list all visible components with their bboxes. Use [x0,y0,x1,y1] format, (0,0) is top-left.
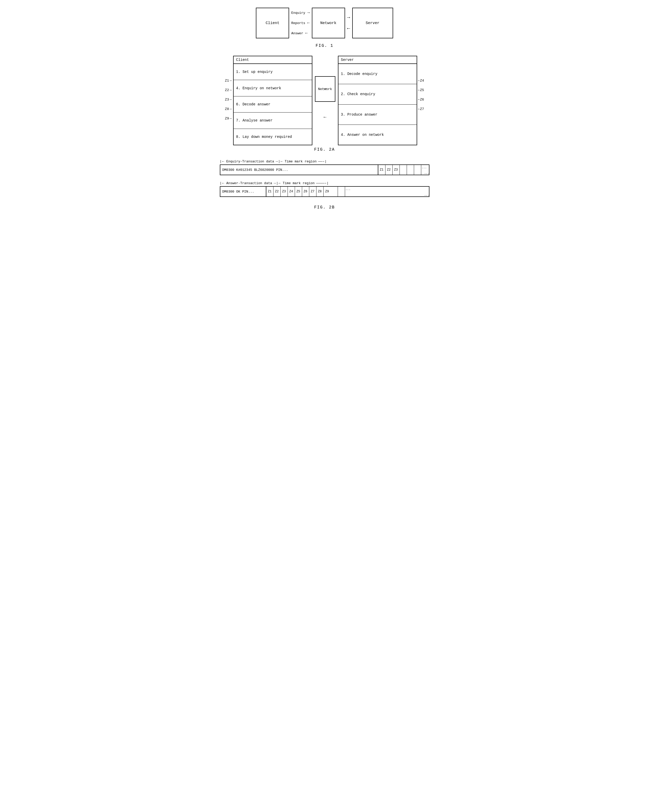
answer-dots-corner: ··· [424,194,430,197]
fig2a-middle-col: → Network ← [312,56,338,102]
answer-z2-cell: Z2 [274,187,281,197]
fig2a-wrapper: Z1→ Z2→ Z3→ Z8→ Z9→ Client 1. Set up enq… [225,56,424,145]
enquiry-z3-cell: Z3 [393,165,400,175]
fig2a-client-row-4: 7. Analyse answer [234,113,312,129]
fig2a-network-box: Network [315,76,335,102]
fig2a-client-row-2: 4. Enquiry on network [234,80,312,96]
fig1-network-label: Network [320,21,337,25]
z4-right-label: ←Z4 [418,74,424,84]
fig2a-right-labels: ←Z4 ←Z5 ←Z6 ←Z7 [418,56,424,112]
fig1-enquiry-arrow: Enquiry [291,11,309,15]
fig1-from-server-arrow: ← [347,26,350,32]
fig1-arrows-right: → ← [347,8,350,38]
fig1-server-box: Server [352,8,393,38]
enquiry-z2-cell: Z2 [385,165,393,175]
answer-transaction-table: DM0300 OK PIN... Z1 Z2 Z3 Z4 Z5 Z6 Z7 Z8… [220,186,430,197]
answer-z3-cell: Z3 [281,187,288,197]
enquiry-transaction-section: | ← Enquiry-Transaction data → | ← Time … [220,160,430,175]
fig2a-from-network-arrow: ← [310,114,340,120]
answer-z5-cell: Z5 [295,187,302,197]
z1-left-label: Z1→ [225,74,232,84]
answer-z8-cell: Z8 [317,187,324,197]
answer-z1-cell: Z1 [267,187,274,197]
answer-header-right-label: Time mark region [283,181,315,185]
answer-transaction-header: | ← Answer-Transaction data → | ← Time m… [220,181,430,185]
enquiry-empty-2 [407,165,414,175]
z5-right-label: ←Z5 [418,84,424,93]
fig1-diagram: Client Enquiry Reports ← Answer ← Networ… [256,8,393,38]
fig1-answer-arrow-left: ← [305,31,308,35]
z2-left-label: Z2→ [225,84,232,93]
answer-z6-cell: Z6 [302,187,309,197]
answer-data-cell: DM0300 OK PIN... [220,187,267,197]
enquiry-transaction-header: | ← Enquiry-Transaction data → | ← Time … [220,160,430,163]
fig1-reports-arrow-left: ← [307,21,310,25]
answer-header-left-label: Answer-Transaction data [226,181,272,185]
answer-transaction-section: | ← Answer-Transaction data → | ← Time m… [220,181,430,197]
answer-z7-cell: Z7 [309,187,317,197]
z8-left-label: Z8→ [225,102,232,112]
fig2a-client-header: Client [234,56,312,64]
enquiry-header-right-label: Time mark region [285,160,317,163]
fig1-enquiry-label: Enquiry [291,11,305,15]
fig1-label: FIG. 1 [316,43,334,48]
fig1-network-box: Network [312,8,345,38]
fig2a-client-row-3: 6. Decode answer [234,96,312,113]
fig1-answer-label: Answer [291,32,303,35]
fig2a-client-row-5: 8. Lay down money required [234,129,312,145]
fig1-reports-arrow: Reports ← [291,21,309,25]
fig2a-server-row-1: 1. Decode enquiry [338,64,417,84]
fig2a-server-box: Server 1. Decode enquiry 2. Check enquir… [338,56,417,145]
fig2a-section: Z1→ Z2→ Z3→ Z8→ Z9→ Client 1. Set up enq… [220,56,430,152]
fig2a-server-row-2: 2. Check enquiry [338,84,417,104]
enquiry-empty-1 [400,165,407,175]
fig2a-label: FIG. 2A [314,147,335,152]
answer-dots-cell: ··· [345,187,353,197]
z7-right-label: ←Z7 [418,102,424,112]
enquiry-dots-corner: ··· [424,172,430,175]
answer-z9-cell: Z9 [324,187,331,197]
answer-empty-2 [338,187,345,197]
z9-left-label: Z9→ [225,112,232,122]
fig1-enquiry-arrow-right [306,11,310,15]
enquiry-header-left-label: Enquiry-Transaction data [226,160,274,163]
z3-left-label: Z3→ [225,93,232,102]
fig2a-client-row-1: 1. Set up enquiry [234,64,312,80]
enquiry-transaction-table: DM0300 K#012345 BLZ6020000 PIN... Z1 Z2 … [220,165,430,175]
fig2a-network-label: Network [318,87,332,91]
fig2a-server-row-4: 4. Answer on network [338,125,417,145]
fig1-server-label: Server [366,21,379,25]
enquiry-empty-3 [414,165,421,175]
fig1-section: Client Enquiry Reports ← Answer ← Networ… [220,8,430,48]
answer-z4-cell: Z4 [288,187,295,197]
fig1-to-server-arrow: → [347,15,350,20]
enquiry-z1-cell: Z1 [378,165,385,175]
fig1-reports-label: Reports [291,21,305,25]
fig1-client-label: Client [265,21,279,25]
fig1-arrows-left: Enquiry Reports ← Answer ← [291,8,309,38]
fig2b-section: | ← Enquiry-Transaction data → | ← Time … [220,160,430,210]
fig2a-server-row-3: 3. Produce answer [338,105,417,125]
answer-empty-1 [331,187,338,197]
fig1-answer-arrow: Answer ← [291,31,309,35]
fig2b-label: FIG. 2B [314,205,335,210]
fig2a-client-box: Client 1. Set up enquiry 4. Enquiry on n… [233,56,312,145]
enquiry-data-cell: DM0300 K#012345 BLZ6020000 PIN... [220,165,378,175]
z6-right-label: ←Z6 [418,93,424,102]
fig2a-server-header: Server [338,56,417,64]
fig2a-left-labels: Z1→ Z2→ Z3→ Z8→ Z9→ [225,56,232,122]
fig1-client-box: Client [256,8,289,38]
